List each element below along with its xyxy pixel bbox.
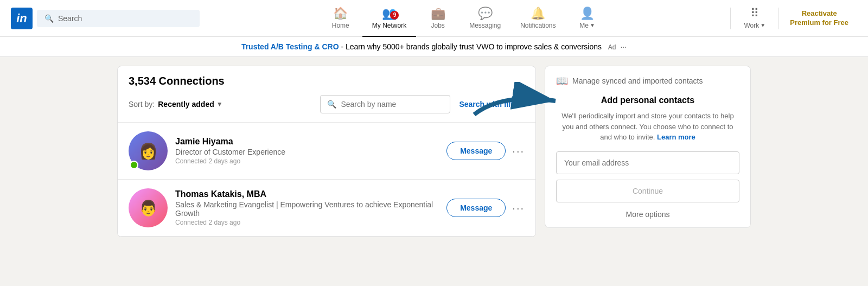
ad-link[interactable]: Trusted A/B Testing & CRO <box>241 42 339 51</box>
connection-title-0: Director of Customer Experience <box>175 148 439 156</box>
connection-name-0[interactable]: Jamie Hiyama <box>175 137 439 147</box>
nav-label-work: Work ▼ <box>744 22 766 29</box>
navbar-right: ⠿ Work ▼ Reactivate Premium for Free <box>728 0 857 37</box>
my-network-icon: 👥 9 <box>382 7 397 21</box>
search-bar[interactable]: 🔍 Search <box>37 10 200 27</box>
nav-label-jobs: Jobs <box>431 22 444 29</box>
avatar-container-0: 👩 <box>129 131 168 170</box>
connections-controls: Sort by: Recently added ▼ 🔍 Search with … <box>129 95 525 113</box>
right-panel: 📖 Manage synced and imported contacts Ad… <box>545 66 751 228</box>
ad-body: - Learn why 5000+ brands globally trust … <box>339 42 602 51</box>
jobs-icon: 💼 <box>431 7 445 21</box>
me-avatar-icon: 👤 <box>580 7 595 21</box>
connection-info-1: Thomas Katakis, MBA Sales & Marketing Ev… <box>175 189 439 226</box>
connection-time-0: Connected 2 days ago <box>175 157 439 165</box>
nav-item-me[interactable]: 👤 Me ▼ <box>566 0 609 37</box>
more-options-link[interactable]: More options <box>556 210 739 219</box>
connection-actions-0: Message ··· <box>446 142 525 160</box>
online-badge-0 <box>130 161 138 169</box>
nav-label-home: Home <box>332 22 349 29</box>
ad-more-button[interactable]: ··· <box>620 42 627 51</box>
messaging-icon: 💬 <box>478 7 493 21</box>
nav-item-jobs[interactable]: 💼 Jobs <box>416 0 459 37</box>
sort-by-label: Sort by: <box>129 100 155 109</box>
reactivate-premium-button[interactable]: Reactivate Premium for Free <box>781 9 857 28</box>
home-icon: 🏠 <box>333 7 348 21</box>
sort-by: Sort by: Recently added ▼ <box>129 100 223 109</box>
more-button-0[interactable]: ··· <box>512 145 525 157</box>
navbar-center: 🏠 Home 👥 9 My Network 💼 Jobs 💬 Messaging… <box>200 0 728 37</box>
sort-dropdown[interactable]: Recently added ▼ <box>158 100 222 109</box>
ad-banner: Trusted A/B Testing & CRO - Learn why 50… <box>0 37 868 57</box>
email-input[interactable] <box>556 151 739 174</box>
nav-item-my-network[interactable]: 👥 9 My Network <box>362 0 416 37</box>
arrow-graphic <box>469 82 577 125</box>
connection-time-1: Connected 2 days ago <box>175 219 439 226</box>
notifications-icon: 🔔 <box>531 7 545 21</box>
manage-contacts-link[interactable]: 📖 Manage synced and imported contacts <box>556 75 739 87</box>
connection-title-1: Sales & Marketing Evangelist | Empowerin… <box>175 200 439 218</box>
message-button-0[interactable]: Message <box>446 142 506 160</box>
search-name-input[interactable] <box>341 100 443 109</box>
search-name-bar[interactable]: 🔍 <box>320 95 450 113</box>
nav-item-work[interactable]: ⠿ Work ▼ <box>733 0 776 37</box>
search-name-icon: 🔍 <box>327 100 336 109</box>
manage-contacts-label: Manage synced and imported contacts <box>572 77 703 85</box>
nav-label-me: Me ▼ <box>579 22 595 29</box>
connection-name-1[interactable]: Thomas Katakis, MBA <box>175 189 439 199</box>
ad-label: Ad <box>608 43 616 51</box>
navbar: in 🔍 Search 🏠 Home 👥 9 My Network 💼 Jobs <box>0 0 868 37</box>
connections-title: 3,534 Connections <box>129 75 525 87</box>
nav-item-home[interactable]: 🏠 Home <box>319 0 362 37</box>
navbar-left: in 🔍 Search <box>11 8 200 29</box>
add-contacts-title: Add personal contacts <box>556 96 739 105</box>
connection-info-0: Jamie Hiyama Director of Customer Experi… <box>175 137 439 165</box>
connection-item-0: 👩 Jamie Hiyama Director of Customer Expe… <box>118 123 535 180</box>
sort-arrow-icon: ▼ <box>216 100 223 108</box>
nav-label-my-network: My Network <box>372 22 406 29</box>
connection-actions-1: Message ··· <box>446 199 525 217</box>
connection-item-1: 👨 Thomas Katakis, MBA Sales & Marketing … <box>118 180 535 237</box>
search-bar-placeholder: Search <box>58 14 82 23</box>
add-contacts-section: Add personal contacts We'll periodically… <box>556 96 739 219</box>
learn-more-link[interactable]: Learn more <box>657 133 695 141</box>
nav-label-messaging: Messaging <box>469 22 501 29</box>
nav-item-notifications[interactable]: 🔔 Notifications <box>510 0 565 37</box>
nav-label-notifications: Notifications <box>520 22 556 29</box>
main-layout: 3,534 Connections Sort by: Recently adde… <box>108 57 760 237</box>
message-button-1[interactable]: Message <box>446 199 506 217</box>
work-icon: ⠿ <box>750 7 759 21</box>
nav-item-messaging[interactable]: 💬 Messaging <box>459 0 510 37</box>
add-contacts-desc: We'll periodically import and store your… <box>556 111 739 143</box>
nav-divider-2 <box>778 8 779 29</box>
search-icon: 🔍 <box>44 14 54 23</box>
network-badge: 9 <box>390 11 399 20</box>
continue-button[interactable]: Continue <box>556 180 739 202</box>
linkedin-logo[interactable]: in <box>11 8 33 29</box>
nav-divider <box>730 8 731 29</box>
more-button-1[interactable]: ··· <box>512 202 525 214</box>
avatar-1[interactable]: 👨 <box>129 188 168 227</box>
avatar-container-1: 👨 <box>129 188 168 227</box>
